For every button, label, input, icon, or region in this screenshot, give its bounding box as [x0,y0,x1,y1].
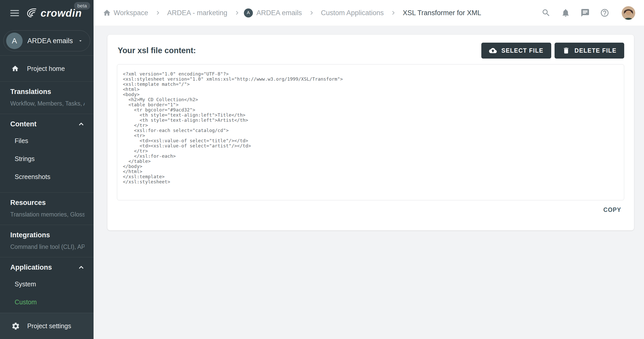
chevron-up-icon [78,264,85,271]
messages-chat-icon[interactable] [581,8,590,17]
xsl-content-card: Your xsl file content: SELECT FILE DELET… [107,35,634,230]
sidebar-nav: Project home Translations Workflow, Memb… [0,55,94,313]
chevron-right-icon [155,10,161,16]
user-avatar[interactable] [622,6,635,20]
chevron-right-icon [390,10,396,16]
section-title: Content [10,120,36,128]
file-actions: SELECT FILE DELETE FILE [481,43,624,59]
sidebar-item-project-home[interactable]: Project home [0,56,94,81]
select-file-label: SELECT FILE [501,47,543,54]
xsl-code-viewer[interactable]: <?xml version="1.0" encoding="UTF-8"?> <… [117,64,624,200]
breadcrumb-project[interactable]: A ARDEA emails [244,8,305,17]
help-icon[interactable] [600,8,609,17]
sidebar-section-applications: Applications System Custom [0,257,94,313]
home-icon [11,65,19,72]
sidebar-section-resources[interactable]: Resources Translation memories, Glossari… [0,192,94,225]
breadcrumb-current-page: XSL Transformer for XML [403,9,481,17]
topbar: Workspace ARDEA - marketing A ARDEA emai… [94,0,644,26]
section-title: Resources [10,199,85,207]
cloud-upload-icon [489,47,497,54]
crowdin-logo[interactable]: crowdin [26,8,82,18]
sidebar-section-content-header[interactable]: Content [10,120,85,128]
main-area: Workspace ARDEA - marketing A ARDEA emai… [94,0,644,339]
copy-button[interactable]: COPY [603,206,621,213]
breadcrumb-organization[interactable]: ARDEA - marketing [167,9,227,17]
project-name: ARDEA emails [23,37,78,45]
breadcrumb-project-label: ARDEA emails [256,9,302,17]
project-switcher[interactable]: A ARDEA emails [3,30,90,51]
select-file-button[interactable]: SELECT FILE [481,43,551,59]
chevron-up-icon [78,121,85,128]
home-breadcrumb-icon[interactable] [103,9,111,17]
project-avatar-small: A [244,8,253,17]
sidebar-section-integrations[interactable]: Integrations Command line tool (CLI), AP… [0,225,94,257]
page-content: Your xsl file content: SELECT FILE DELET… [94,26,644,339]
trash-icon [562,47,570,54]
sidebar-item-strings[interactable]: Strings [10,150,85,168]
delete-file-button[interactable]: DELETE FILE [555,43,624,59]
beta-badge: beta [74,2,90,10]
topbar-actions [541,6,635,20]
sidebar-item-label: Project home [27,65,65,72]
chevron-right-icon [309,10,314,16]
section-title: Applications [10,263,52,271]
section-title: Translations [10,88,85,96]
sidebar-header: crowdin beta [0,0,94,26]
gear-icon [11,322,20,331]
sidebar-item-files[interactable]: Files [10,132,85,150]
sidebar-section-translations[interactable]: Translations Workflow, Members, Tasks, A… [0,81,94,114]
breadcrumb-workspace[interactable]: Workspace [114,9,148,17]
chevron-down-icon [78,38,83,44]
sidebar-item-custom[interactable]: Custom [10,293,85,311]
crowdin-logo-text: crowdin [41,8,82,18]
xsl-code-content: <?xml version="1.0" encoding="UTF-8"?> <… [123,71,618,184]
notifications-bell-icon[interactable] [561,8,570,17]
hamburger-menu-icon[interactable] [10,10,19,16]
sidebar-section-content: Content Files Strings Screenshots [0,114,94,192]
crowdin-swoosh-icon [26,8,39,18]
project-avatar: A [6,33,23,49]
sidebar-item-project-settings[interactable]: Project settings [0,313,94,339]
chevron-right-icon [234,10,240,16]
sidebar-item-system[interactable]: System [10,275,85,293]
project-settings-label: Project settings [27,322,71,330]
section-subtitle: Translation memories, Glossari… [10,211,85,218]
sidebar: crowdin beta A ARDEA emails Project home… [0,0,94,339]
sidebar-block-home: Project home [0,55,94,81]
delete-file-label: DELETE FILE [575,47,617,54]
search-icon[interactable] [541,8,551,17]
section-title: Integrations [10,231,85,239]
sidebar-item-screenshots[interactable]: Screenshots [10,168,85,186]
section-subtitle: Workflow, Members, Tasks, Act… [10,100,85,107]
breadcrumb: Workspace ARDEA - marketing A ARDEA emai… [103,8,541,17]
breadcrumb-custom-applications[interactable]: Custom Applications [321,9,384,17]
page-title: Your xsl file content: [117,46,196,55]
section-subtitle: Command line tool (CLI), API, A… [10,243,85,250]
sidebar-section-applications-header[interactable]: Applications [10,263,85,271]
